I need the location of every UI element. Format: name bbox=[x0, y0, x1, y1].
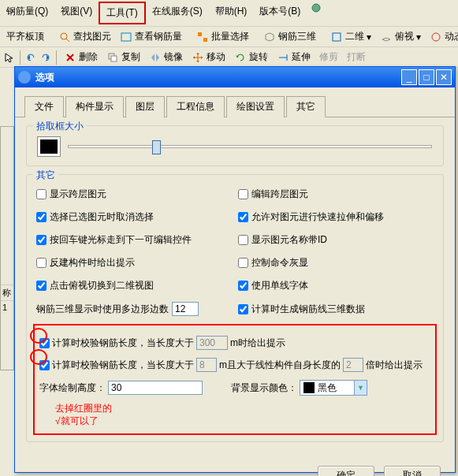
chk-single-line-font[interactable]: 使用单线字体 bbox=[235, 274, 437, 297]
undo-icon[interactable] bbox=[24, 51, 37, 64]
menu-bangzhu[interactable]: 帮助(H) bbox=[209, 2, 254, 24]
chevron-down-icon: ▼ bbox=[354, 381, 367, 395]
tb-fushi[interactable]: 俯视 ▾ bbox=[377, 28, 424, 45]
group-other: 其它 显示跨层图元 编辑跨层图元 选择已选图元时取消选择 允许对图元进行快速拉伸… bbox=[26, 174, 444, 442]
menu-zaixianfuwu[interactable]: 在线服务(S) bbox=[146, 2, 209, 24]
tb-chazhaotuyuan[interactable]: 查找图元 bbox=[55, 28, 114, 45]
bg-color-combo[interactable]: 黑色 ▼ bbox=[300, 380, 367, 396]
length-2-input bbox=[196, 358, 217, 372]
tb-xuanzhuan[interactable]: 旋转 bbox=[231, 49, 271, 65]
tab-panel-other: 拾取框大小 其它 显示跨层图元 编辑跨层图元 选择已选图元时取消选择 允许对图元… bbox=[15, 117, 455, 458]
check-length-row-1: 计算时校验钢筋长度，当长度大于 m时给出提示 bbox=[39, 332, 430, 354]
svg-point-7 bbox=[432, 33, 440, 41]
menu-gongju[interactable]: 工具(T) bbox=[99, 2, 145, 24]
chk-enter-next[interactable]: 按回车键光标走到下一可编辑控件 bbox=[33, 229, 235, 251]
toolbar-1: 平齐板顶 查找图元 查看钢筋量 批量选择 钢筋三维 二维 ▾ 俯视 ▾ 动态观 bbox=[0, 27, 458, 47]
tb-jingxiang[interactable]: 镜像 bbox=[146, 49, 186, 65]
check-length-row-2: 计算时校验钢筋长度，当长度大于 m且大于线性构件自身长度的 倍时给出提示 bbox=[39, 354, 430, 376]
redo-icon[interactable] bbox=[39, 51, 52, 64]
minimize-button[interactable]: _ bbox=[401, 69, 417, 85]
checkbox-grid: 显示跨层图元 编辑跨层图元 选择已选图元时取消选择 允许对图元进行快速拉伸和偏移… bbox=[33, 183, 437, 321]
svg-rect-11 bbox=[111, 56, 117, 61]
group-pickbox: 拾取框大小 bbox=[26, 125, 444, 166]
tb-shanchu[interactable]: 删除 bbox=[61, 49, 101, 65]
app-icon bbox=[18, 71, 31, 84]
length-1-input bbox=[196, 336, 228, 350]
tb-gangjinsanwei[interactable]: 钢筋三维 bbox=[260, 28, 319, 45]
chk-edit-cross-layer[interactable]: 编辑跨层图元 bbox=[235, 183, 437, 206]
tab-draw-settings[interactable]: 绘图设置 bbox=[226, 96, 285, 117]
tab-layer[interactable]: 图层 bbox=[125, 96, 165, 117]
chk-topview-2d[interactable]: 点击俯视切换到二维视图 bbox=[33, 274, 235, 297]
select-icon[interactable] bbox=[3, 51, 16, 64]
maximize-button[interactable]: □ bbox=[419, 69, 434, 85]
chk-allow-stretch[interactable]: 允许对图元进行快速拉伸和偏移 bbox=[235, 206, 437, 229]
tab-file[interactable]: 文件 bbox=[24, 96, 64, 117]
tb-chakangangjinliang[interactable]: 查看钢筋量 bbox=[117, 28, 185, 45]
chk-deselect[interactable]: 选择已选图元时取消选择 bbox=[33, 206, 235, 229]
tab-component-display[interactable]: 构件显示 bbox=[65, 96, 124, 117]
titlebar: 选项 _ □ ✕ bbox=[15, 67, 455, 87]
polyedges-row: 钢筋三维显示时使用多边形边数 bbox=[33, 297, 235, 321]
chk-verify-length-2[interactable] bbox=[39, 360, 50, 370]
dropdown-icon[interactable] bbox=[310, 2, 322, 14]
tab-other[interactable]: 其它 bbox=[286, 96, 326, 117]
side-label-2: 1 bbox=[1, 300, 13, 314]
polyedges-label: 钢筋三维显示时使用多边形边数 bbox=[36, 303, 169, 316]
menu-shitu[interactable]: 视图(V) bbox=[54, 2, 99, 24]
ok-button[interactable]: 确定 bbox=[318, 466, 374, 476]
toolbar-2: 删除 复制 镜像 移动 旋转 延伸 修剪 打断 bbox=[0, 47, 458, 68]
dialog-buttons: 确定 取消 bbox=[15, 458, 455, 476]
tb-dongtaiguan[interactable]: 动态观 bbox=[426, 28, 458, 45]
close-button[interactable]: ✕ bbox=[436, 69, 452, 85]
tb-yanshen[interactable]: 延伸 bbox=[274, 49, 314, 65]
font-height-input[interactable] bbox=[108, 381, 203, 395]
tb-pingqibanding[interactable]: 平齐板顶 bbox=[3, 28, 47, 45]
menu-gangjinliang[interactable]: 钢筋量(Q) bbox=[0, 2, 54, 24]
tb-daduan[interactable]: 打断 bbox=[344, 49, 369, 65]
length-2-mult-input bbox=[343, 358, 363, 372]
chk-rebuild-hint[interactable]: 反建构件时给出提示 bbox=[33, 251, 235, 274]
group-pickbox-legend: 拾取框大小 bbox=[33, 120, 87, 133]
svg-point-0 bbox=[312, 4, 320, 12]
tb-xiujian[interactable]: 修剪 bbox=[316, 49, 341, 65]
chk-gen-3d-data[interactable]: 计算时生成钢筋线三维数据 bbox=[235, 297, 437, 321]
svg-rect-3 bbox=[121, 33, 131, 41]
svg-point-1 bbox=[61, 33, 67, 39]
tb-fuzhi[interactable]: 复制 bbox=[103, 49, 143, 65]
tb-erwei[interactable]: 二维 ▾ bbox=[327, 28, 374, 45]
dialog-title: 选项 bbox=[35, 71, 400, 84]
menubar: 钢筋量(Q) 视图(V) 工具(T) 在线服务(S) 帮助(H) 版本号(B) bbox=[0, 0, 458, 27]
side-label-1: 称 bbox=[1, 284, 13, 300]
chk-show-id[interactable]: 显示图元名称带ID bbox=[235, 229, 437, 251]
svg-line-2 bbox=[66, 39, 69, 42]
chk-show-cross-layer[interactable]: 显示跨层图元 bbox=[33, 183, 235, 206]
color-swatch-icon bbox=[303, 382, 315, 393]
slider-thumb[interactable] bbox=[152, 140, 161, 154]
svg-rect-5 bbox=[203, 38, 207, 42]
tabstrip: 文件 构件显示 图层 工程信息 绘图设置 其它 bbox=[15, 87, 455, 117]
group-other-legend: 其它 bbox=[33, 169, 58, 182]
pickbox-preview bbox=[38, 137, 60, 156]
chk-verify-length-1[interactable] bbox=[39, 338, 50, 348]
chk-cmd-gray[interactable]: 控制命令灰显 bbox=[235, 251, 437, 274]
red-highlight-box: 计算时校验钢筋长度，当长度大于 m时给出提示 计算时校验钢筋长度，当长度大于 m… bbox=[33, 324, 437, 435]
svg-rect-6 bbox=[333, 33, 341, 41]
cancel-button[interactable]: 取消 bbox=[384, 466, 441, 476]
svg-rect-4 bbox=[198, 32, 202, 36]
polyedges-input[interactable] bbox=[172, 302, 199, 316]
tb-piliangxuanze[interactable]: 批量选择 bbox=[193, 28, 252, 45]
pickbox-slider[interactable] bbox=[68, 145, 432, 148]
menu-banbenhao[interactable]: 版本号(B) bbox=[253, 2, 307, 24]
red-annotation: 去掉红圈里的 √就可以了 bbox=[55, 403, 430, 427]
font-bg-row: 字体绘制高度： 背景显示颜色： 黑色 ▼ bbox=[39, 376, 430, 400]
side-panel: 称 1 bbox=[0, 126, 14, 370]
tab-project-info[interactable]: 工程信息 bbox=[166, 96, 225, 117]
tb-yidong[interactable]: 移动 bbox=[188, 49, 229, 65]
options-dialog: 选项 _ □ ✕ 文件 构件显示 图层 工程信息 绘图设置 其它 拾取框大小 其… bbox=[14, 66, 456, 473]
